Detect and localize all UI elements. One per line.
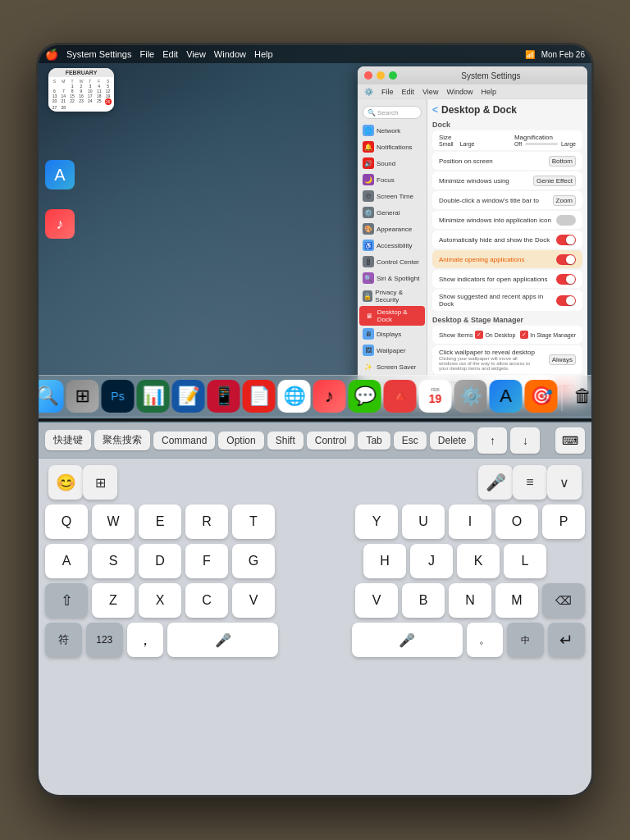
key-T[interactable]: T [232, 504, 275, 539]
keyboard-icon-button[interactable]: ⌨ [555, 427, 585, 454]
focus-search-button[interactable]: 聚焦搜索 [94, 430, 150, 450]
dock-icon-music[interactable]: ♪ [313, 380, 346, 413]
backspace-key[interactable]: ⌫ [542, 583, 585, 618]
appstore-desktop-icon[interactable]: A [45, 160, 75, 189]
key-G[interactable]: G [232, 544, 275, 578]
key-Q[interactable]: Q [45, 504, 88, 539]
auto-hide-toggle[interactable] [556, 235, 576, 245]
shift-key[interactable]: ⇧ [45, 583, 88, 618]
settings-menu-window[interactable]: Window [446, 88, 472, 96]
settings-menu-file[interactable]: File [381, 88, 394, 96]
key-U[interactable]: U [402, 504, 445, 539]
sidebar-item-network[interactable]: 🌐 Network [358, 122, 427, 139]
sidebar-item-siri[interactable]: 🔍 Siri & Spotlight [358, 270, 427, 286]
sidebar-item-controlcenter[interactable]: 🎛 Control Center [358, 253, 427, 270]
sidebar-item-appearance[interactable]: 🎨 Appearance [358, 221, 427, 237]
dock-icon-launchpad[interactable]: ⊞ [66, 380, 99, 413]
command-button[interactable]: Command [153, 431, 215, 450]
sidebar-item-notifications[interactable]: 🔔 Notifications [358, 139, 427, 155]
in-stage-manager-option[interactable]: ✓ In Stage Manager [520, 331, 576, 339]
key-V-right[interactable]: V [355, 583, 398, 618]
key-F[interactable]: F [185, 544, 228, 578]
option-button[interactable]: Option [218, 431, 263, 450]
key-fu[interactable]: 符 [45, 623, 82, 657]
key-M[interactable]: M [495, 583, 538, 618]
indicators-toggle[interactable] [556, 274, 576, 285]
arrow-down-button[interactable]: ↓ [510, 427, 540, 454]
dock-icon-ps[interactable]: Ps [102, 380, 135, 413]
esc-button[interactable]: Esc [394, 431, 427, 450]
menu-file[interactable]: File [139, 49, 154, 59]
dock-icon-excel[interactable]: 📊 [137, 380, 170, 413]
position-value[interactable]: Bottom [549, 156, 576, 167]
dock-icon-finder[interactable]: 🔍 [39, 380, 64, 413]
key-N[interactable]: N [449, 583, 491, 618]
grid-key[interactable]: ⊞ [83, 465, 117, 500]
settings-search-box[interactable]: 🔍 Search [363, 106, 422, 119]
emoji-key[interactable]: 😊 [48, 465, 83, 500]
sidebar-item-desktop-dock[interactable]: 🖥 Desktop & Dock [359, 306, 425, 326]
sidebar-item-screensaver[interactable]: ✨ Screen Saver [358, 358, 427, 375]
key-K[interactable]: K [457, 544, 500, 578]
sidebar-item-general[interactable]: ⚙️ General [358, 204, 427, 221]
key-J[interactable]: J [410, 544, 453, 578]
key-cn[interactable]: 中 [507, 623, 544, 657]
key-P[interactable]: P [542, 504, 585, 539]
dock-icon-settings[interactable]: ⚙️ [454, 380, 487, 413]
key-A[interactable]: A [45, 544, 88, 578]
sidebar-item-sound[interactable]: 🔊 Sound [358, 155, 427, 171]
list-key[interactable]: ≡ [513, 465, 547, 500]
key-V-left[interactable]: V [232, 583, 275, 618]
sidebar-item-screentime[interactable]: ⏱ Screen Time [358, 188, 427, 204]
on-desktop-option[interactable]: ✓ On Desktop [475, 331, 515, 339]
key-X[interactable]: X [139, 583, 181, 618]
dock-icon-app2[interactable]: 🔺 [384, 380, 417, 413]
return-key[interactable]: ↵ [548, 623, 585, 657]
sidebar-item-displays[interactable]: 🖥 Displays [358, 326, 427, 342]
min-to-app-toggle[interactable] [556, 215, 576, 226]
chevron-key[interactable]: ∨ [547, 465, 582, 500]
sidebar-item-focus[interactable]: 🌙 Focus [358, 171, 427, 188]
dock-icon-word[interactable]: 📝 [172, 380, 205, 413]
minimize-value[interactable]: Genie Effect [533, 176, 576, 186]
menu-window[interactable]: Window [214, 49, 246, 59]
shift-button[interactable]: Shift [267, 431, 304, 450]
space-key-right[interactable]: 🎤 [352, 623, 463, 657]
key-O[interactable]: O [495, 504, 538, 539]
key-D[interactable]: D [139, 544, 181, 578]
reveal-wallpaper-value[interactable]: Always [549, 354, 576, 365]
dock-icon-calendar[interactable]: FEB 19 [419, 380, 452, 413]
recent-apps-toggle[interactable] [556, 295, 576, 306]
key-Y[interactable]: Y [355, 504, 398, 539]
music-desktop-icon[interactable]: ♪ [45, 209, 75, 239]
menu-edit[interactable]: Edit [162, 49, 178, 59]
menu-help[interactable]: Help [254, 49, 273, 59]
key-E[interactable]: E [139, 504, 181, 539]
key-S[interactable]: S [92, 544, 135, 578]
close-button[interactable] [364, 71, 372, 80]
key-I[interactable]: I [449, 504, 491, 539]
key-W[interactable]: W [92, 504, 135, 539]
key-comma[interactable]: ， [127, 623, 164, 657]
delete-button[interactable]: Delete [430, 431, 475, 450]
arrow-up-button[interactable]: ↑ [477, 427, 507, 454]
dock-icon-app1[interactable]: 📱 [208, 380, 240, 413]
space-key-left[interactable]: 🎤 [167, 623, 278, 657]
settings-menu-edit[interactable]: Edit [402, 88, 415, 96]
key-period[interactable]: 。 [467, 623, 504, 657]
dock-icon-acrobat[interactable]: 📄 [243, 380, 276, 413]
menu-view[interactable]: View [186, 49, 206, 59]
settings-menu-help[interactable]: Help [481, 88, 496, 96]
shortcuts-button[interactable]: 快捷键 [45, 430, 91, 450]
control-button[interactable]: Control [307, 431, 355, 450]
dock-icon-appstore[interactable]: A [490, 380, 523, 413]
sidebar-item-wallpaper[interactable]: 🖼 Wallpaper [358, 342, 427, 358]
sidebar-item-privacy[interactable]: 🔒 Privacy & Security [358, 286, 427, 306]
dock-icon-wechat[interactable]: 💬 [349, 380, 381, 413]
key-B[interactable]: B [402, 583, 445, 618]
key-R[interactable]: R [185, 504, 228, 539]
key-123[interactable]: 123 [86, 623, 123, 657]
dock-icon-trash[interactable]: 🗑 [567, 380, 592, 413]
back-button[interactable]: < [432, 104, 438, 116]
settings-menu-view[interactable]: View [422, 88, 438, 96]
